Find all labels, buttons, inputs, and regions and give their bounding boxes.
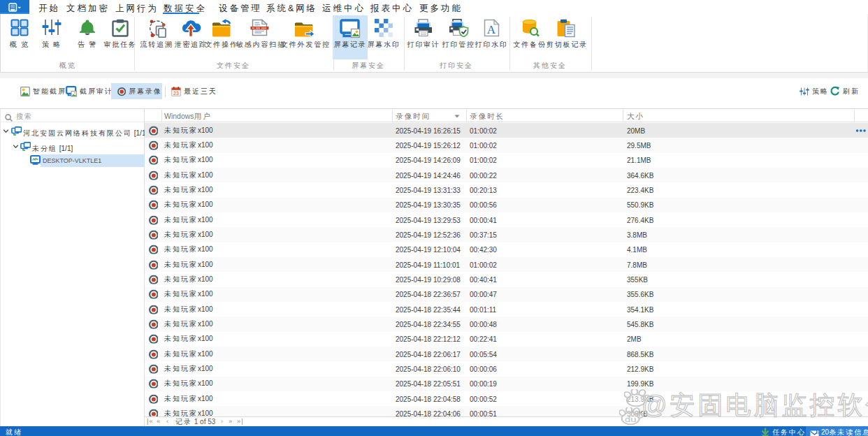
svg-text:A: A bbox=[486, 23, 496, 36]
svg-text:23: 23 bbox=[173, 90, 179, 95]
